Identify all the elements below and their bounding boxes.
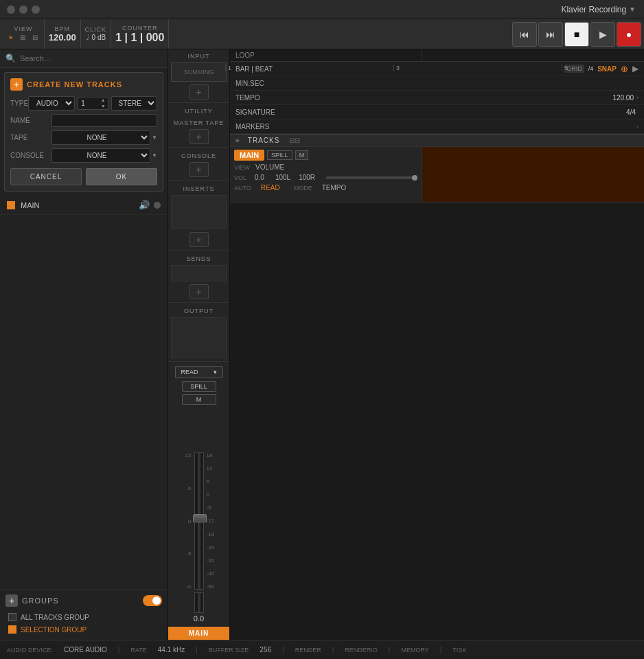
ok-button[interactable]: OK — [86, 168, 157, 185]
type-select[interactable]: AUDIO — [28, 96, 75, 111]
inserts-add-button[interactable]: + — [189, 232, 209, 247]
view-icons: ≡ ⊞ ⊟ — [7, 32, 40, 43]
name-label: NAME — [10, 117, 51, 124]
spinner-up[interactable]: ▲ — [99, 97, 108, 103]
scale-mark: 18 — [207, 452, 215, 459]
group-name: ALL TRACKS GROUP — [21, 614, 89, 621]
tape-row: TAPE NONE ▼ — [10, 130, 157, 145]
group-name: SELECTION GROUP — [21, 626, 87, 634]
view-detail-icon[interactable]: ⊟ — [30, 32, 40, 43]
play-button[interactable]: ▶ — [590, 22, 615, 47]
fast-forward-button[interactable]: ⏭ — [538, 22, 563, 47]
groups-toggle[interactable] — [143, 595, 162, 606]
view-bars-icon[interactable]: ⊞ — [18, 32, 27, 43]
buffer-value: 256 — [260, 646, 271, 654]
arrange-area: LOOP BAR | BEAT GRID /4 SNAP ⊕ ▶ 1 3 5 — [230, 49, 644, 640]
fader-track[interactable] — [194, 452, 204, 590]
utility-add-button[interactable]: + — [189, 129, 209, 144]
mode-label: MODE — [294, 185, 312, 192]
fader-handle[interactable] — [193, 514, 207, 522]
view-arrange-icon[interactable]: ≡ — [7, 32, 15, 43]
markers-row[interactable]: MARKERS › — [230, 119, 644, 133]
fader-area: READ ▾ SPILL M -12 -6 0 6 ∞ 18 — [168, 363, 229, 627]
main-track-timeline — [422, 147, 644, 202]
scale-mark: 12 — [207, 465, 215, 472]
tracks-label: TRACKS — [248, 137, 280, 144]
auto-label: AUTO — [234, 185, 251, 192]
bar-mark-3: 3 — [393, 65, 400, 71]
record-icon — [154, 202, 161, 209]
minimize-button[interactable] — [19, 5, 27, 14]
scale-mark: -12 — [207, 518, 215, 524]
read-button[interactable]: READ ▾ — [175, 366, 223, 378]
list-item[interactable]: ALL TRACKS GROUP — [5, 611, 162, 623]
list-item[interactable]: MAIN 🔊 — [0, 196, 168, 215]
titlebar: Klavier Recording ▼ — [0, 0, 644, 19]
click-section: CLICK ♩ 0 dB — [81, 19, 112, 49]
read-auto-label[interactable]: READ — [261, 184, 280, 192]
tape-select[interactable]: NONE — [51, 130, 150, 145]
fader-scale-left: -12 -6 0 6 ∞ — [183, 452, 192, 590]
tempo-section: TEMPO 120.00 › — [230, 91, 644, 105]
sep-6: | — [440, 646, 442, 654]
track-count-input[interactable] — [78, 100, 99, 107]
inserts-label: INSERTS — [168, 182, 229, 194]
signature-row[interactable]: SIGNATURE 4/4 — [230, 105, 644, 119]
create-tracks-header: + CREATE NEW TRACKS — [10, 78, 157, 91]
bpm-label: BPM — [54, 25, 70, 32]
inserts-area — [171, 195, 227, 229]
scale-mark: -6 — [207, 505, 215, 511]
record-button[interactable]: ● — [617, 22, 641, 47]
search-input[interactable] — [20, 54, 162, 62]
spill-tag[interactable]: SPILL — [267, 150, 292, 160]
scale-mark: -42 — [207, 570, 215, 577]
tempo-row[interactable]: TEMPO 120.00 › — [230, 91, 644, 104]
sep-3: | — [282, 646, 284, 654]
console-add-button[interactable]: + — [189, 162, 209, 177]
groups-title: GROUPS — [22, 597, 59, 605]
add-track-button[interactable]: + — [10, 78, 23, 91]
volume-slider[interactable] — [326, 176, 417, 179]
scale-mark: -12 — [183, 452, 192, 459]
scale-mark: 0 — [183, 518, 192, 524]
summing-area: SUMMING — [171, 62, 227, 82]
spill-button[interactable]: SPILL — [182, 381, 216, 392]
m-button[interactable]: M — [182, 394, 216, 405]
search-icon: 🔍 — [5, 54, 16, 63]
name-input[interactable]: TRACK — [51, 114, 157, 127]
chevron-right-icon: › — [636, 123, 639, 130]
min-sec-row[interactable]: MIN:SEC 0:00 0:05 0:10 — [230, 76, 644, 90]
loop-label: LOOP — [230, 49, 422, 61]
type-label: TYPE — [10, 100, 28, 107]
sends-add-button[interactable]: + — [189, 284, 209, 299]
master-tape-label: MASTER TAPE — [168, 116, 229, 128]
m-tag[interactable]: M — [295, 150, 309, 160]
mixer-channel-name: MAIN — [168, 627, 229, 640]
stop-button[interactable]: ■ — [564, 22, 589, 47]
main-track-params: VIEW VOLUME — [234, 163, 417, 171]
sends-label: SENDS — [168, 252, 229, 264]
render-io-label: RenderIO — [345, 647, 378, 654]
main-layout: 🔍 + CREATE NEW TRACKS TYPE AUDIO — [0, 49, 644, 640]
tempo-label: TEMPO — [235, 94, 612, 102]
bar-beat-row[interactable]: BAR | BEAT GRID /4 SNAP ⊕ ▶ 1 3 5 — [230, 62, 644, 76]
format-select[interactable]: STEREO — [111, 96, 158, 111]
summing-label: SUMMING — [184, 69, 214, 76]
rewind-button[interactable]: ⏮ — [512, 22, 537, 47]
scale-mark: -24 — [207, 544, 215, 551]
input-add-button[interactable]: + — [189, 84, 209, 100]
maximize-button[interactable] — [32, 5, 40, 14]
add-group-button[interactable]: + — [5, 594, 18, 607]
bpm-value[interactable]: 120.00 — [49, 32, 76, 43]
scale-mark: 0 — [207, 492, 215, 498]
groups-header: + GROUPS — [5, 594, 162, 607]
window-controls[interactable] — [7, 5, 40, 14]
cancel-button[interactable]: CANCEL — [10, 168, 82, 185]
counter-section: COUNTER 1 | 1 | 000 — [111, 19, 169, 49]
create-tracks-panel: + CREATE NEW TRACKS TYPE AUDIO ▲ ▼ — [4, 72, 163, 192]
list-item[interactable]: SELECTION GROUP — [5, 623, 162, 636]
scale-mark: ∞ — [183, 583, 192, 590]
close-button[interactable] — [7, 5, 15, 14]
console-select[interactable]: NONE — [51, 148, 150, 163]
spinner-down[interactable]: ▼ — [99, 104, 108, 109]
